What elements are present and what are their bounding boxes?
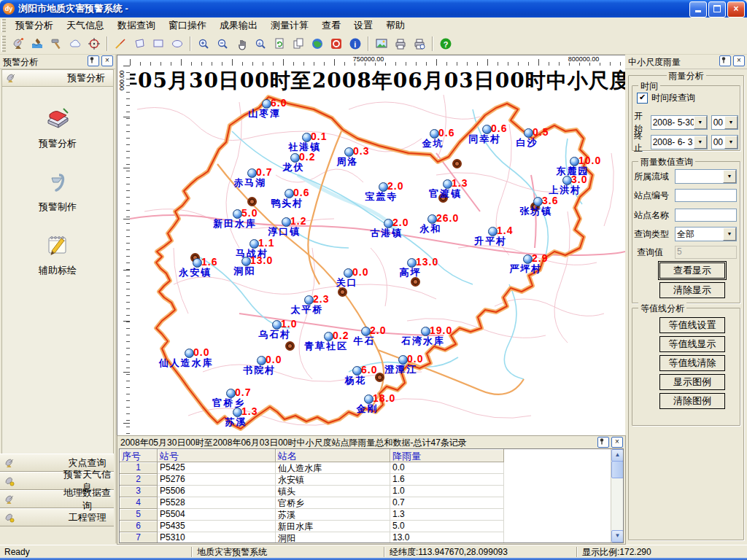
copy-icon[interactable] (290, 35, 307, 52)
hammer-icon[interactable] (47, 35, 65, 52)
map-canvas[interactable]: 6.0山枣潭0.1社港镇0.2龙伏0.3周洛0.7赤马湖0.6金坑0.6同幸村0… (130, 66, 625, 435)
contour-button-3[interactable]: 等值线清除 (659, 355, 725, 371)
pin-icon[interactable] (597, 437, 609, 448)
horizontal-ruler: 750000.00800000.00 (130, 55, 625, 66)
menu-item-4[interactable]: 窗口操作 (162, 18, 213, 34)
cloud-icon[interactable] (66, 35, 84, 52)
left-panel-group-header[interactable]: 预警分析 (2, 70, 113, 87)
menu-item-7[interactable]: 查看 (315, 18, 347, 34)
close-icon[interactable]: × (611, 437, 623, 448)
image-export-icon[interactable] (373, 35, 390, 52)
row-cell: 1.6 (390, 474, 504, 486)
sidebar-item-3[interactable]: 地理数据查询 (0, 490, 114, 508)
restore-button[interactable] (708, 1, 726, 18)
row-cell: 苏溪 (276, 509, 390, 521)
draw-line-icon[interactable] (112, 35, 129, 52)
menu-item-9[interactable]: 帮助 (379, 18, 411, 34)
draw-rect-icon[interactable] (150, 35, 167, 52)
column-header-2[interactable]: 站号 (158, 449, 276, 462)
minimize-button[interactable] (689, 1, 707, 18)
menu-item-6[interactable]: 测量计算 (264, 18, 315, 34)
chevron-down-icon[interactable]: ▼ (694, 136, 707, 149)
stop-icon[interactable] (328, 35, 345, 52)
draw-ellipse-icon[interactable] (169, 35, 186, 52)
satellite-icon[interactable] (9, 35, 27, 52)
close-icon[interactable]: × (733, 55, 745, 66)
tool-3[interactable]: 辅助标绘 (2, 230, 113, 277)
station-name: 青草社区 (304, 340, 348, 353)
basin-combo[interactable]: ▼ (675, 169, 737, 184)
contour-button-4[interactable]: 显示图例 (659, 374, 725, 390)
view-display-button[interactable]: 查看显示 (659, 262, 725, 279)
contour-button-1[interactable]: 等值线设置 (659, 317, 725, 333)
zoom-out-icon[interactable] (214, 35, 231, 52)
close-button[interactable]: × (727, 1, 745, 18)
table-scrollbar[interactable]: ▲ ▼ (611, 449, 623, 542)
scroll-up-icon[interactable]: ▲ (611, 449, 624, 462)
menu-item-2[interactable]: 天气信息 (60, 18, 111, 34)
menu-item-8[interactable]: 设置 (347, 18, 379, 34)
draw-polygon-icon[interactable] (131, 35, 148, 52)
chevron-down-icon[interactable]: ▼ (724, 136, 738, 149)
row-cell: P5425 (158, 462, 276, 474)
tool-2[interactable]: 预警制作 (2, 166, 113, 214)
table-row[interactable]: 1P5425仙人造水库0.0 (120, 462, 623, 474)
end-date-combo[interactable]: 2008- 6- 3 ▼ (651, 135, 708, 149)
chevron-down-icon[interactable]: ▼ (723, 228, 736, 241)
globe-icon[interactable] (309, 35, 326, 52)
print-icon[interactable] (392, 35, 409, 52)
info-icon[interactable]: i (347, 35, 364, 52)
menu-item-1[interactable]: 预警分析 (9, 18, 60, 34)
table-row[interactable]: 5P5504苏溪1.3 (120, 509, 623, 521)
close-icon[interactable]: × (101, 55, 113, 66)
scroll-thumb[interactable] (611, 461, 624, 478)
station-name: 永安镇 (179, 266, 212, 279)
table-row[interactable]: 6P5435新田水库5.0 (120, 521, 623, 532)
locate-icon[interactable] (85, 35, 103, 52)
dish-icon (4, 494, 58, 505)
tool-1[interactable]: 预警分析 (2, 103, 113, 150)
left-panel-group-label: 预警分析 (60, 71, 114, 85)
end-hour-combo[interactable]: 00 ▼ (711, 135, 738, 149)
column-header-1[interactable]: 序号 (120, 449, 158, 462)
column-header-4[interactable]: 降雨量 (390, 449, 504, 462)
scroll-down-icon[interactable]: ▼ (611, 530, 624, 542)
station-id-input[interactable] (675, 189, 737, 202)
zoom-in-icon[interactable] (195, 35, 212, 52)
pin-icon[interactable] (88, 55, 99, 66)
menu-item-3[interactable]: 数据查询 (111, 18, 162, 34)
refresh-icon[interactable] (271, 35, 288, 52)
station-name: 高坪 (400, 266, 422, 279)
column-header-3[interactable]: 站名 (276, 449, 390, 462)
clear-display-button[interactable]: 清除显示 (659, 282, 725, 298)
station-name-input[interactable] (675, 209, 737, 222)
start-hour-combo[interactable]: 00 ▼ (711, 115, 738, 130)
chevron-down-icon[interactable]: ▼ (723, 170, 736, 183)
toolbar-grip[interactable] (1, 36, 6, 52)
ruler-label: 800000.00 (566, 55, 602, 63)
menu-item-5[interactable]: 成果输出 (213, 18, 264, 34)
table-row[interactable]: 4P5528官桥乡0.7 (120, 497, 623, 509)
chevron-down-icon[interactable]: ▼ (694, 116, 707, 129)
table-row[interactable]: 2P5276永安镇1.6 (120, 474, 623, 486)
pan-icon[interactable] (233, 35, 250, 52)
table-row[interactable]: 7P5310洞阳13.0 (120, 532, 623, 543)
station-name: 仙人造水库 (159, 357, 214, 370)
flood-icon[interactable] (28, 35, 46, 52)
table-row[interactable]: 3P5506镇头1.0 (120, 486, 623, 497)
help-icon[interactable]: ? (437, 35, 454, 52)
chevron-down-icon[interactable]: ▼ (724, 116, 738, 129)
menu-grip[interactable] (1, 19, 6, 32)
print-preview-icon[interactable] (411, 35, 428, 52)
contour-button-5[interactable]: 清除图例 (659, 393, 725, 409)
contour-button-2[interactable]: 等值线显示 (659, 336, 725, 352)
query-type-combo[interactable]: 全部 ▼ (675, 227, 737, 241)
pin-icon[interactable] (719, 55, 731, 66)
row-seq: 7 (120, 532, 158, 543)
time-range-checkbox-label: 时间段查询 (651, 92, 695, 104)
time-range-checkbox[interactable]: ✔ (637, 93, 648, 104)
tool-label: 辅助标绘 (2, 264, 113, 277)
start-date-combo[interactable]: 2008- 5-30 ▼ (651, 115, 708, 130)
zoom-extent-icon[interactable]: ± (252, 35, 269, 52)
sidebar-item-4[interactable]: 工程管理 (0, 508, 114, 526)
